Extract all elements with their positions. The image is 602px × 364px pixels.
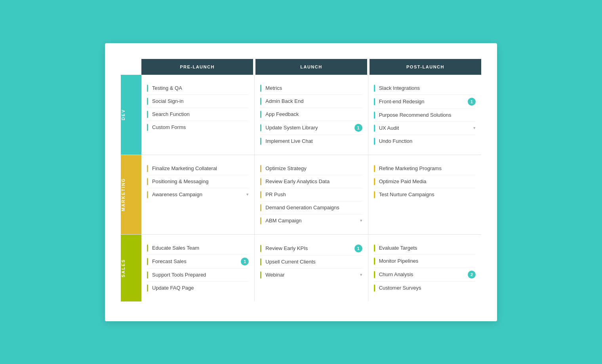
list-item[interactable]: Upsell Current Clients <box>260 256 362 269</box>
task-bar-indicator <box>147 191 148 198</box>
list-item[interactable]: Social Sign-in <box>147 95 249 108</box>
main-card: PRE-LAUNCH LAUNCH POST-LAUNCH DEVTesting… <box>105 43 497 321</box>
list-item[interactable]: Review Early KPIs1 <box>260 242 362 256</box>
task-bar-indicator <box>260 138 261 145</box>
task-label: Upsell Current Clients <box>265 259 362 265</box>
task-label: Review Early KPIs <box>265 245 352 251</box>
task-label: Front-end Redesign <box>379 99 465 104</box>
task-bar-indicator <box>260 178 261 185</box>
dropdown-arrow-icon[interactable]: ▾ <box>473 125 476 131</box>
task-label: Implement Live Chat <box>265 138 362 144</box>
list-item[interactable]: Evaluate Targets <box>374 242 476 255</box>
list-item[interactable]: App Feedback <box>260 108 362 121</box>
task-bar-indicator <box>260 258 261 265</box>
list-item[interactable]: Customer Surveys <box>374 282 476 294</box>
list-item[interactable]: Review Early Analytics Data <box>260 175 362 188</box>
list-item[interactable]: Demand Generation Campaigns <box>260 201 362 214</box>
task-badge: 1 <box>241 258 249 265</box>
task-label: Churn Analysis <box>379 271 465 277</box>
list-item[interactable]: Update FAQ Page <box>147 282 249 294</box>
list-item[interactable]: PR Push <box>260 188 362 201</box>
list-item[interactable]: Custom Forms <box>147 121 249 134</box>
col-header-pre-launch: PRE-LAUNCH <box>141 59 253 75</box>
task-bar-indicator <box>147 271 148 279</box>
task-bar-indicator <box>374 284 375 292</box>
task-bar-indicator <box>147 111 148 118</box>
list-item[interactable]: Undo Function <box>374 135 476 148</box>
task-label: Finalize Marketing Collateral <box>152 165 249 171</box>
list-item[interactable]: Refine Marketing Programs <box>374 162 476 175</box>
task-bar-indicator <box>374 258 375 265</box>
task-badge: 2 <box>468 271 476 279</box>
list-item[interactable]: Purpose Recommend Solutions <box>374 109 476 122</box>
list-item[interactable]: Positioning & Messaging <box>147 175 249 188</box>
list-item[interactable]: Search Function <box>147 108 249 121</box>
row-label-text-sales: SALES <box>121 235 141 301</box>
list-item[interactable]: Slack Integrations <box>374 82 476 95</box>
list-item[interactable]: ABM Campaign▾ <box>260 214 362 227</box>
list-item[interactable]: Forecast Sales1 <box>147 255 249 269</box>
task-bar-indicator <box>374 138 375 145</box>
list-item[interactable]: Awareness Campaign▾ <box>147 188 249 201</box>
task-bar-indicator <box>374 271 375 278</box>
list-item[interactable]: Optimize Paid Media <box>374 175 476 188</box>
list-item[interactable]: Metrics <box>260 82 362 95</box>
list-item[interactable]: Educate Sales Team <box>147 242 249 255</box>
task-bar-indicator <box>260 217 261 224</box>
list-item[interactable]: Testing & QA <box>147 82 249 95</box>
task-bar-indicator <box>147 98 148 105</box>
row-label-sales: SALES <box>121 235 141 301</box>
row-columns-marketing: Finalize Marketing CollateralPositioning… <box>141 155 481 234</box>
task-label: Update System Library <box>265 125 352 131</box>
dropdown-arrow-icon[interactable]: ▾ <box>360 272 362 277</box>
list-item[interactable]: Admin Back End <box>260 95 362 108</box>
task-label: Educate Sales Team <box>152 245 249 251</box>
row-label-text-dev: DEV <box>121 75 141 155</box>
row-columns-sales: Educate Sales TeamForecast Sales1Support… <box>141 235 481 301</box>
list-item[interactable]: UX Audit▾ <box>374 122 476 135</box>
task-label: Refine Marketing Programs <box>379 165 476 171</box>
list-item[interactable]: Monitor Pipelines <box>374 255 476 268</box>
dev-col3: Slack IntegrationsFront-end Redesign1Pur… <box>368 75 481 155</box>
task-bar-indicator <box>260 98 261 105</box>
task-label: Forecast Sales <box>152 258 238 264</box>
task-bar-indicator <box>374 85 375 92</box>
list-item[interactable]: Churn Analysis2 <box>374 268 476 282</box>
task-label: Customer Surveys <box>379 285 476 291</box>
task-bar-indicator <box>147 85 148 92</box>
col-header-post-launch: POST-LAUNCH <box>370 59 481 75</box>
list-item[interactable]: Webinar▾ <box>260 269 362 281</box>
task-label: Test Nurture Campaigns <box>379 191 476 197</box>
task-badge: 1 <box>354 124 362 132</box>
list-item[interactable]: Front-end Redesign1 <box>374 95 476 109</box>
sales-col1: Educate Sales TeamForecast Sales1Support… <box>141 235 255 301</box>
task-bar-indicator <box>147 245 148 252</box>
task-badge: 1 <box>468 98 476 106</box>
task-label: Optimize Strategy <box>265 165 362 171</box>
task-label: Positioning & Messaging <box>152 178 249 184</box>
list-item[interactable]: Finalize Marketing Collateral <box>147 162 249 175</box>
task-badge: 1 <box>354 245 362 252</box>
task-label: Slack Integrations <box>379 85 476 91</box>
dropdown-arrow-icon[interactable]: ▾ <box>246 192 249 197</box>
dropdown-arrow-icon[interactable]: ▾ <box>360 218 362 223</box>
row-label-text-marketing: MARKETING <box>121 155 141 234</box>
list-item[interactable]: Update System Library1 <box>260 121 362 135</box>
task-bar-indicator <box>260 204 261 211</box>
sales-col3: Evaluate TargetsMonitor PipelinesChurn A… <box>368 235 481 301</box>
list-item[interactable]: Implement Live Chat <box>260 135 362 148</box>
task-label: Search Function <box>152 111 249 117</box>
task-label: Awareness Campaign <box>152 191 244 197</box>
task-label: Support Tools Prepared <box>152 272 249 278</box>
task-bar-indicator <box>260 85 261 92</box>
task-label: Social Sign-in <box>152 98 249 104</box>
list-item[interactable]: Optimize Strategy <box>260 162 362 175</box>
task-label: Demand Generation Campaigns <box>265 205 362 210</box>
list-item[interactable]: Support Tools Prepared <box>147 269 249 282</box>
task-bar-indicator <box>147 258 148 265</box>
task-bar-indicator <box>374 191 375 198</box>
task-bar-indicator <box>260 111 261 118</box>
task-bar-indicator <box>147 165 148 172</box>
list-item[interactable]: Test Nurture Campaigns <box>374 188 476 201</box>
task-bar-indicator <box>374 165 375 172</box>
